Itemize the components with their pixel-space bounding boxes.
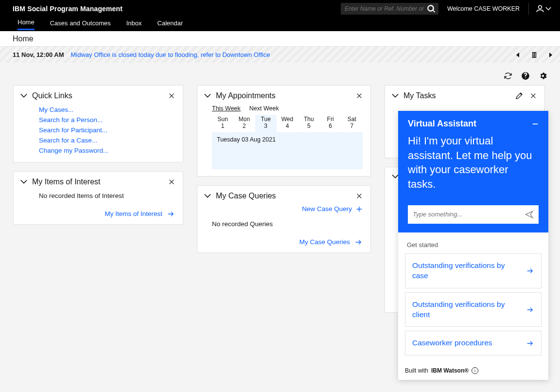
va-item-verifications-client[interactable]: Outstanding verifications by client bbox=[405, 292, 542, 327]
chevron-down-icon[interactable] bbox=[204, 92, 211, 99]
appointments-card: My Appointments This Week Next Week Sun1… bbox=[197, 85, 371, 177]
link-search-person[interactable]: Search for a Person... bbox=[39, 116, 175, 124]
va-footer: Built with IBM Watson® i bbox=[398, 362, 548, 380]
nav-calendar[interactable]: Calendar bbox=[158, 19, 183, 30]
card-title: My Case Queries bbox=[216, 192, 276, 200]
help-icon[interactable] bbox=[521, 71, 530, 80]
announce-pause-icon[interactable] bbox=[531, 52, 538, 58]
day-sat[interactable]: Sat7 bbox=[341, 115, 363, 132]
chevron-down-icon[interactable] bbox=[392, 173, 399, 180]
page-title: Home bbox=[0, 31, 560, 47]
empty-text: No recorded Queries bbox=[212, 220, 273, 228]
link-change-password[interactable]: Change my Password... bbox=[39, 147, 175, 154]
link-my-cases[interactable]: My Cases... bbox=[39, 106, 175, 113]
announce-next-icon[interactable] bbox=[548, 52, 553, 58]
chevron-down-icon[interactable] bbox=[392, 92, 399, 99]
search-input[interactable] bbox=[341, 5, 438, 12]
search-icon[interactable] bbox=[427, 4, 436, 13]
user-menu[interactable] bbox=[528, 3, 551, 15]
chevron-down-icon[interactable] bbox=[204, 193, 211, 199]
nav-home[interactable]: Home bbox=[18, 18, 35, 30]
day-sun[interactable]: Sun1 bbox=[212, 115, 233, 132]
va-item-procedures[interactable]: Caseworker procedures bbox=[405, 331, 542, 356]
card-title: My Items of Interest bbox=[32, 178, 100, 186]
day-tue[interactable]: Tue3 bbox=[255, 115, 277, 132]
refresh-icon[interactable] bbox=[504, 71, 512, 80]
minimize-icon[interactable] bbox=[532, 121, 539, 127]
case-queries-footer-link[interactable]: My Case Queries bbox=[299, 238, 363, 246]
appointment-days: Sun1 Mon2 Tue3 Wed4 Thu5 Fri6 Sat7 bbox=[197, 114, 370, 132]
tab-next-week[interactable]: Next Week bbox=[249, 105, 279, 112]
virtual-assistant-panel: Virtual Assistant Hi! I'm your virtual a… bbox=[398, 111, 548, 380]
close-icon[interactable] bbox=[168, 92, 175, 99]
va-get-started-label: Get started bbox=[407, 241, 542, 249]
announcement-message[interactable]: Midway Office is closed today due to flo… bbox=[71, 51, 270, 58]
close-icon[interactable] bbox=[356, 193, 363, 199]
day-mon[interactable]: Mon2 bbox=[233, 115, 255, 132]
day-fri[interactable]: Fri6 bbox=[319, 115, 341, 132]
appointment-date-label: Tuesday 03 Aug 2021 bbox=[212, 132, 363, 169]
chevron-down-icon bbox=[545, 6, 551, 12]
day-wed[interactable]: Wed4 bbox=[277, 115, 298, 132]
va-input-wrap bbox=[408, 205, 539, 224]
new-case-query-link[interactable]: New Case Query bbox=[302, 205, 363, 213]
close-icon[interactable] bbox=[530, 92, 537, 99]
items-interest-footer-link[interactable]: My Items of Interest bbox=[105, 210, 175, 217]
announcement-time: 11 Nov, 12:00 AM bbox=[13, 51, 64, 58]
card-title: My Appointments bbox=[216, 91, 276, 100]
info-icon[interactable]: i bbox=[472, 367, 478, 374]
tab-this-week[interactable]: This Week bbox=[212, 105, 241, 112]
user-icon bbox=[536, 4, 544, 13]
card-title: My Tasks bbox=[403, 91, 436, 100]
welcome-text: Welcome CASE WORKER bbox=[447, 5, 520, 12]
announcement-bar: 11 Nov, 12:00 AM Midway Office is closed… bbox=[0, 47, 560, 63]
quick-links-card: Quick Links My Cases... Search for a Per… bbox=[13, 85, 183, 162]
settings-icon[interactable] bbox=[539, 71, 547, 80]
nav-inbox[interactable]: Inbox bbox=[126, 19, 142, 30]
empty-text: No recorded Items of Interest bbox=[39, 192, 124, 199]
link-search-participant[interactable]: Search for Participant... bbox=[39, 126, 175, 134]
global-search[interactable] bbox=[341, 3, 438, 15]
app-title: IBM Social Program Management bbox=[13, 5, 122, 13]
primary-nav: Home Cases and Outcomes Inbox Calendar bbox=[0, 18, 560, 31]
app-header: IBM Social Program Management Welcome CA… bbox=[0, 0, 560, 31]
va-input[interactable] bbox=[413, 211, 525, 218]
case-queries-card: My Case Queries New Case Query No record… bbox=[197, 185, 371, 253]
chevron-down-icon[interactable] bbox=[20, 178, 27, 185]
nav-cases[interactable]: Cases and Outcomes bbox=[50, 19, 111, 30]
announce-prev-icon[interactable] bbox=[515, 52, 520, 58]
send-icon[interactable] bbox=[525, 210, 534, 219]
va-greeting: Hi! I'm your virtual assistant. Let me h… bbox=[408, 134, 539, 192]
day-thu[interactable]: Thu5 bbox=[298, 115, 319, 132]
items-interest-card: My Items of Interest No recorded Items o… bbox=[13, 171, 183, 225]
link-search-case[interactable]: Search for a Case... bbox=[39, 137, 175, 144]
edit-icon[interactable] bbox=[515, 92, 523, 100]
page-toolbar bbox=[0, 63, 560, 80]
va-item-verifications-case[interactable]: Outstanding verifications by case bbox=[405, 253, 542, 288]
chevron-down-icon[interactable] bbox=[20, 92, 27, 99]
card-title: Quick Links bbox=[32, 91, 72, 100]
close-icon[interactable] bbox=[356, 92, 363, 99]
close-icon[interactable] bbox=[168, 178, 175, 185]
va-title: Virtual Assistant bbox=[408, 119, 476, 129]
